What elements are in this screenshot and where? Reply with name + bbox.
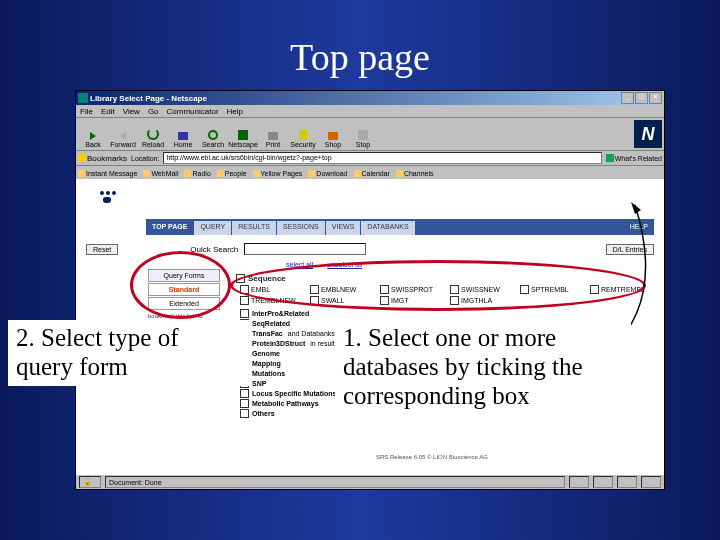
cat-metabolic-checkbox[interactable] — [240, 399, 249, 408]
db-swissprot-checkbox[interactable] — [380, 285, 389, 294]
reload-button[interactable]: Reload — [138, 120, 168, 149]
db-imgt-label: IMGT — [391, 297, 409, 304]
people-icon — [217, 170, 224, 177]
cat-interpro-checkbox[interactable] — [240, 309, 249, 318]
close-button[interactable]: × — [649, 92, 662, 104]
cat-others-checkbox[interactable] — [240, 409, 249, 418]
menu-communicator[interactable]: Communicator — [167, 107, 219, 116]
radio-icon — [184, 170, 191, 177]
bookmarks-dropdown[interactable]: Bookmarks — [78, 154, 127, 163]
menu-help[interactable]: Help — [227, 107, 243, 116]
db-emblnew-checkbox[interactable] — [310, 285, 319, 294]
link-people[interactable]: People — [217, 170, 247, 177]
db-swissprot-label: SWISSPROT — [391, 286, 433, 293]
sidebar-queryforms-header: Query Forms — [148, 269, 220, 282]
callout-right: 1. Select one or more databases by ticki… — [335, 320, 631, 414]
link-instant-message[interactable]: Instant Message — [78, 170, 137, 177]
db-embl-checkbox[interactable] — [240, 285, 249, 294]
tab-results[interactable]: RESULTS — [232, 221, 276, 235]
db-swissnew-checkbox[interactable] — [450, 285, 459, 294]
cat-protein3d-label: Protein3DStruct — [252, 340, 305, 347]
db-tremblnew-checkbox[interactable] — [240, 296, 249, 305]
menu-edit[interactable]: Edit — [101, 107, 115, 116]
db-imgthla-label: IMGTHLA — [461, 297, 492, 304]
tab-sessions[interactable]: SESSIONS — [277, 221, 325, 235]
download-icon — [308, 170, 315, 177]
db-swall-checkbox[interactable] — [310, 296, 319, 305]
menu-view[interactable]: View — [123, 107, 140, 116]
select-all-link[interactable]: select all — [286, 261, 313, 268]
nav-tabs: TOP PAGE QUERY RESULTS SESSIONS VIEWS DA… — [146, 219, 654, 235]
stop-button[interactable]: Stop — [348, 120, 378, 149]
forward-button[interactable]: Forward — [108, 120, 138, 149]
search-button[interactable]: Search — [198, 120, 228, 149]
tab-views[interactable]: VIEWS — [326, 221, 361, 235]
callout-left: 2. Select type of query form — [8, 320, 249, 386]
link-radio[interactable]: Radio — [184, 170, 210, 177]
quick-search-input[interactable] — [244, 243, 366, 255]
cat-seqrelated-label: SeqRelated — [252, 320, 290, 327]
menu-file[interactable]: File — [80, 107, 93, 116]
print-button[interactable]: Print — [258, 120, 288, 149]
location-input[interactable]: http://www.ebi.ac.uk/srs6bin/cgi-bin/wge… — [163, 152, 601, 164]
related-icon — [606, 154, 614, 162]
tab-help[interactable]: HELP — [624, 221, 654, 235]
home-button[interactable]: Home — [168, 120, 198, 149]
sidebar-extended-button[interactable]: Extended — [148, 297, 220, 310]
db-imgt-checkbox[interactable] — [380, 296, 389, 305]
db-imgthla-checkbox[interactable] — [450, 296, 459, 305]
bookmark-icon — [78, 154, 86, 162]
shop-button[interactable]: Shop — [318, 120, 348, 149]
cat-locus-checkbox[interactable] — [240, 389, 249, 398]
link-webmail[interactable]: WebMail — [143, 170, 178, 177]
cat-others-label: Others — [252, 410, 275, 417]
db-sptrembl-checkbox[interactable] — [520, 285, 529, 294]
tab-toppage[interactable]: TOP PAGE — [146, 221, 193, 235]
sidebar-standard-button[interactable]: Standard — [148, 283, 220, 296]
n-logo-icon: N — [634, 120, 662, 148]
back-button[interactable]: Back — [78, 120, 108, 149]
footer-copyright: SRS Release 6.05 © LION Bioscience AG — [376, 454, 488, 460]
db-tremblnew-label: TREMBLNEW — [251, 297, 296, 304]
cat-extra1: and Databanks — [288, 330, 335, 337]
shop-icon — [328, 132, 338, 140]
reset-button[interactable]: Reset — [86, 244, 118, 255]
cat-genome-label: Genome — [252, 350, 280, 357]
status-icon-1 — [569, 476, 589, 488]
link-download[interactable]: Download — [308, 170, 347, 177]
db-swissnew-label: SWISSNEW — [461, 286, 500, 293]
status-icon-4 — [641, 476, 661, 488]
link-channels[interactable]: Channels — [396, 170, 434, 177]
minimize-button[interactable]: _ — [621, 92, 634, 104]
menu-go[interactable]: Go — [148, 107, 159, 116]
sequence-category-checkbox[interactable] — [236, 274, 245, 283]
db-remtrembl-checkbox[interactable] — [590, 285, 599, 294]
db-swall-label: SWALL — [321, 297, 344, 304]
aim-icon — [78, 170, 85, 177]
netscape-button[interactable]: Netscape — [228, 120, 258, 149]
link-yellowpages[interactable]: Yellow Pages — [253, 170, 303, 177]
tab-databanks[interactable]: DATABANKS — [361, 221, 414, 235]
db-embl-label: EMBL — [251, 286, 270, 293]
netscape-nav-icon — [238, 130, 248, 140]
cat-mapping-label: Mapping — [252, 360, 281, 367]
calendar-icon — [354, 170, 361, 177]
status-icon-3 — [617, 476, 637, 488]
maximize-button[interactable]: □ — [635, 92, 648, 104]
link-calendar[interactable]: Calendar — [354, 170, 390, 177]
dl-entries-button[interactable]: D/L Entries — [606, 244, 654, 255]
window-controls: _ □ × — [621, 92, 662, 104]
paw-icon — [98, 191, 114, 207]
menubar: File Edit View Go Communicator Help — [76, 105, 664, 118]
unselect-all-link[interactable]: unselect all — [327, 261, 362, 268]
whats-related-button[interactable]: What's Related — [606, 154, 662, 162]
toolbar: Back Forward Reload Home Search Netscape… — [76, 118, 664, 151]
browser-window: Library Select Page - Netscape _ □ × Fil… — [75, 90, 665, 490]
security-button[interactable]: Security — [288, 120, 318, 149]
tab-query[interactable]: QUERY — [194, 221, 231, 235]
status-lock-icon: 🔓 — [79, 476, 101, 488]
addressbar: Bookmarks Location: http://www.ebi.ac.uk… — [76, 151, 664, 166]
search-icon — [208, 130, 218, 140]
quick-search-row: Reset Quick Search D/L Entries — [146, 241, 654, 257]
location-label: Location: — [131, 155, 159, 162]
